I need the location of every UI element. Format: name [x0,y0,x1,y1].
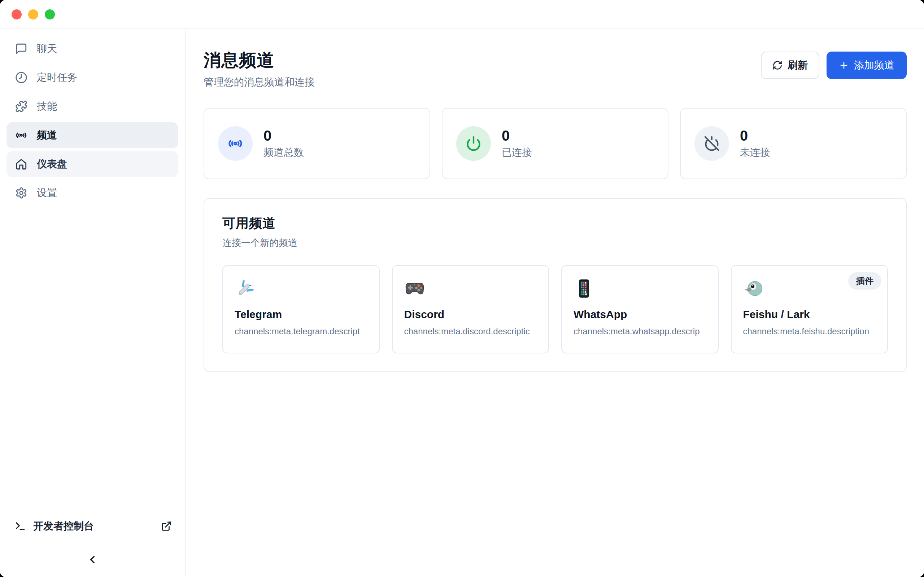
sidebar-item-label: 定时任务 [37,71,77,84]
section-title: 可用频道 [222,214,888,232]
channel-name: Telegram [234,308,367,321]
sidebar-nav: 聊天 定时任务 技能 频道 [0,36,185,206]
channel-card-telegram[interactable]: Telegram channels:meta.telegram.descript [222,265,380,353]
broadcast-icon [218,126,253,161]
puzzle-icon [15,100,27,113]
stat-label: 未连接 [740,146,770,160]
page-header: 消息频道 管理您的消息频道和连接 刷新 添加频道 [204,49,907,89]
header-actions: 刷新 添加频道 [761,52,907,79]
channel-name: Discord [404,308,537,321]
phone-emoji-icon [573,278,594,299]
sidebar-item-skills[interactable]: 技能 [6,93,178,119]
channel-description: channels:meta.telegram.descript [234,326,367,337]
channel-description: channels:meta.whatsapp.descrip [573,326,706,337]
channel-card-whatsapp[interactable]: WhatsApp channels:meta.whatsapp.descrip [561,265,719,353]
stat-card-connected: 0 已连接 [442,108,669,179]
channel-card-feishu[interactable]: 插件 Feish [731,265,888,353]
refresh-button-label: 刷新 [788,58,808,72]
close-window-button[interactable] [11,10,22,19]
chat-bubble-icon [15,43,27,55]
power-off-icon [695,126,729,161]
clock-icon [15,71,27,84]
add-channel-button-label: 添加频道 [854,58,894,72]
channel-description: channels:meta.feishu.description [743,326,876,337]
sidebar-item-chat[interactable]: 聊天 [6,36,178,62]
channel-description: channels:meta.discord.descriptic [404,326,537,337]
plus-icon [839,60,849,70]
sidebar-item-label: 设置 [37,186,57,200]
page-subtitle: 管理您的消息频道和连接 [204,76,315,89]
minimize-window-button[interactable] [28,10,38,19]
sidebar-item-scheduled-tasks[interactable]: 定时任务 [6,64,178,90]
titlebar [0,0,924,29]
stat-label: 已连接 [502,146,532,160]
sidebar-collapse-button[interactable] [0,542,185,577]
power-icon [456,126,491,161]
channel-card-discord[interactable]: Discord channels:meta.discord.descriptic [392,265,549,353]
refresh-button[interactable]: 刷新 [761,52,819,79]
sidebar-item-label: 聊天 [37,42,57,56]
gear-icon [15,187,27,199]
channel-grid: Telegram channels:meta.telegram.descript [222,265,888,353]
zoom-window-button[interactable] [45,10,55,19]
available-channels-section: 可用频道 连接一个新的频道 [204,198,907,372]
channel-name: Feishu / Lark [743,308,876,321]
external-link-icon [161,521,172,532]
stat-card-total-channels: 0 频道总数 [204,108,430,179]
stat-value: 0 [263,128,304,143]
sidebar-item-channels[interactable]: 频道 [6,122,178,148]
page-title: 消息频道 [204,49,315,71]
traffic-lights [11,10,55,19]
channel-name: WhatsApp [573,308,706,321]
stat-label: 频道总数 [263,146,304,160]
developer-console-link[interactable]: 开发者控制台 [0,516,185,536]
plugin-badge: 插件 [848,272,881,290]
sidebar: 聊天 定时任务 技能 频道 [0,29,186,577]
broadcast-icon [15,129,27,141]
stats-row: 0 频道总数 0 已连接 [204,108,907,179]
refresh-icon [772,60,782,70]
stat-card-disconnected: 0 未连接 [680,108,907,179]
sidebar-item-label: 仪表盘 [37,157,67,171]
sidebar-item-dashboard[interactable]: 仪表盘 [6,151,178,177]
home-icon [15,158,27,170]
sidebar-item-label: 频道 [37,128,57,142]
chevron-left-icon [86,554,99,566]
add-channel-button[interactable]: 添加频道 [827,52,907,79]
developer-console-label: 开发者控制台 [33,519,94,533]
sidebar-item-label: 技能 [37,100,57,113]
terminal-icon [15,521,26,532]
stat-value: 0 [502,128,532,143]
bird-emoji-icon [743,278,764,299]
app-window: 聊天 定时任务 技能 频道 [0,0,924,577]
airplane-emoji-icon [234,278,255,299]
app-screenshot: 聊天 定时任务 技能 频道 [0,0,924,577]
gamepad-emoji-icon [404,278,425,299]
section-subtitle: 连接一个新的频道 [222,237,888,249]
main-content: 消息频道 管理您的消息频道和连接 刷新 添加频道 [186,29,924,577]
sidebar-footer: 开发者控制台 [0,516,185,577]
stat-value: 0 [740,128,770,143]
sidebar-item-settings[interactable]: 设置 [6,180,178,206]
